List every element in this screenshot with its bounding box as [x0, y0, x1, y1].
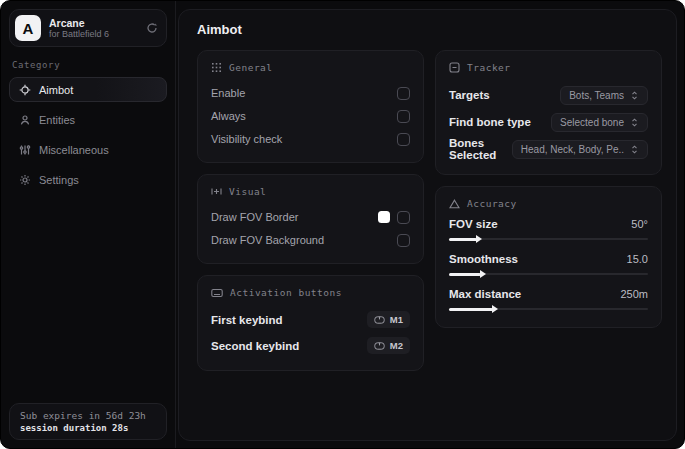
refresh-icon[interactable]	[146, 22, 158, 34]
card-title: Accuracy	[467, 198, 517, 209]
tracker-label: Targets	[449, 89, 490, 101]
general-card: General Enable Always Visibility check	[197, 50, 424, 163]
grid-icon	[211, 62, 222, 73]
brand-text: Arcane for Battlefield 6	[49, 17, 138, 39]
keybind-row-second: Second keybind M2	[211, 333, 410, 358]
tracker-row-targets: Targets Bots, Teams	[449, 82, 648, 108]
setting-label: Visibility check	[211, 133, 282, 145]
slider-value: 15.0	[627, 253, 648, 265]
card-title: General	[229, 62, 273, 73]
sidebar-item-miscellaneous[interactable]: Miscellaneous	[9, 137, 167, 162]
setting-row-fov-border: Draw FOV Border	[211, 206, 410, 228]
session-duration-text: session duration 28s	[20, 423, 156, 433]
sidebar-item-entities[interactable]: Entities	[9, 107, 167, 132]
sidebar-item-label: Entities	[39, 114, 75, 126]
sidebar-item-aimbot[interactable]: Aimbot	[9, 77, 167, 102]
page-title: Aimbot	[197, 22, 662, 37]
left-column: General Enable Always Visibility check	[197, 50, 424, 371]
targets-select[interactable]: Bots, Teams	[560, 86, 648, 105]
tracker-card: Tracker Targets Bots, Teams	[435, 50, 662, 175]
tracker-row-find-bone-type: Find bone type Selected bone	[449, 109, 648, 135]
crosshair-icon	[19, 84, 31, 96]
card-title: Visual	[229, 186, 266, 197]
right-column: Tracker Targets Bots, Teams	[435, 50, 662, 328]
subscription-info: Sub expires in 56d 23h session duration …	[9, 403, 167, 440]
mouse-icon	[374, 342, 385, 350]
main-panel: Aimbot	[178, 9, 677, 441]
visual-card: Visual Draw FOV Border Draw FOV Backgrou…	[197, 174, 424, 264]
sub-expiry-text: Sub expires in 56d 23h	[20, 410, 156, 421]
brand-card: A Arcane for Battlefield 6	[9, 9, 167, 47]
slider-group-smoothness: Smoothness 15.0	[449, 253, 648, 278]
select-value: Selected bone	[560, 117, 624, 128]
bones-selected-select[interactable]: Head, Neck, Body, Pe..	[512, 140, 648, 159]
fov-size-slider[interactable]	[449, 235, 648, 243]
setting-label: Always	[211, 110, 246, 122]
app-window: A Arcane for Battlefield 6 Category	[0, 0, 685, 449]
sidebar-item-label: Settings	[39, 174, 79, 186]
select-value: Bots, Teams	[569, 90, 624, 101]
fov-border-color-swatch[interactable]	[378, 211, 390, 223]
sliders-icon	[19, 144, 31, 156]
brand-logo: A	[15, 15, 41, 41]
expand-icon	[630, 91, 639, 100]
triangle-icon	[449, 199, 460, 209]
slider-group-max-distance: Max distance 250m	[449, 288, 648, 313]
brand-initial: A	[23, 20, 34, 37]
setting-label: Draw FOV Background	[211, 234, 324, 246]
second-keybind-button[interactable]: M2	[367, 337, 410, 354]
slider-fill	[449, 308, 493, 311]
slider-fill	[449, 238, 477, 241]
enable-checkbox[interactable]	[397, 87, 410, 100]
select-value: Head, Neck, Body, Pe..	[521, 144, 624, 155]
keybind-label: First keybind	[211, 314, 283, 326]
tracker-label: Bones Selected	[449, 137, 512, 161]
visual-icon	[211, 186, 222, 197]
keybind-value: M1	[390, 314, 403, 325]
sidebar: A Arcane for Battlefield 6 Category	[1, 1, 176, 448]
keybind-row-first: First keybind M1	[211, 307, 410, 332]
slider-value: 50°	[631, 218, 648, 230]
category-label: Category	[12, 60, 167, 70]
keybind-value: M2	[390, 340, 403, 351]
tracker-label: Find bone type	[449, 116, 531, 128]
first-keybind-button[interactable]: M1	[367, 311, 410, 328]
slider-value: 250m	[620, 288, 648, 300]
setting-row-enable: Enable	[211, 82, 410, 104]
max-distance-slider[interactable]	[449, 305, 648, 313]
expand-icon	[630, 145, 639, 154]
visibility-check-checkbox[interactable]	[397, 133, 410, 146]
keyboard-icon	[211, 288, 223, 298]
setting-row-always: Always	[211, 105, 410, 127]
main-area: Aimbot	[176, 1, 684, 448]
fov-background-checkbox[interactable]	[397, 234, 410, 247]
activation-buttons-card: Activation buttons First keybind	[197, 275, 424, 371]
slider-fill	[449, 273, 481, 276]
setting-label: Enable	[211, 87, 245, 99]
always-checkbox[interactable]	[397, 110, 410, 123]
sidebar-item-label: Aimbot	[39, 84, 73, 96]
brand-name: Arcane	[49, 17, 138, 29]
fov-border-checkbox[interactable]	[397, 211, 410, 224]
sidebar-nav: Aimbot Entities	[9, 77, 167, 192]
card-title: Tracker	[467, 62, 511, 73]
setting-row-visibility-check: Visibility check	[211, 128, 410, 150]
tracker-row-bones-selected: Bones Selected Head, Neck, Body, Pe..	[449, 136, 648, 162]
mouse-icon	[374, 316, 385, 324]
slider-label: Smoothness	[449, 253, 518, 265]
keybind-label: Second keybind	[211, 340, 299, 352]
smoothness-slider[interactable]	[449, 270, 648, 278]
slider-group-fov-size: FOV size 50°	[449, 218, 648, 243]
sidebar-item-settings[interactable]: Settings	[9, 167, 167, 192]
slider-label: FOV size	[449, 218, 498, 230]
card-title: Activation buttons	[230, 287, 342, 298]
slider-label: Max distance	[449, 288, 521, 300]
find-bone-type-select[interactable]: Selected bone	[551, 113, 648, 132]
setting-label: Draw FOV Border	[211, 211, 298, 223]
brand-subtitle: for Battlefield 6	[49, 29, 138, 39]
setting-row-fov-background: Draw FOV Background	[211, 229, 410, 251]
entities-icon	[19, 114, 31, 126]
expand-icon	[630, 118, 639, 127]
accuracy-card: Accuracy FOV size 50°	[435, 186, 662, 328]
gear-icon	[19, 174, 31, 186]
